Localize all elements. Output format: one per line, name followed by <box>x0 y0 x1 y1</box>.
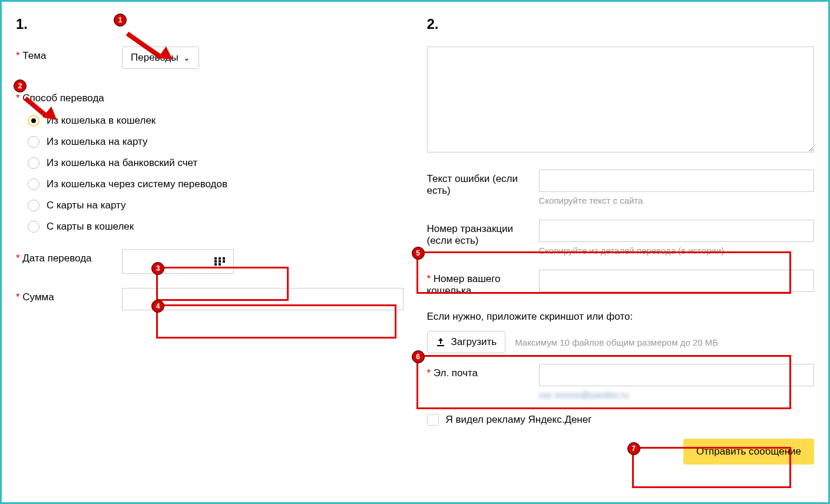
submit-button[interactable]: Отправить сообщение <box>683 439 814 465</box>
submit-button-label: Отправить сообщение <box>696 446 801 457</box>
method-option-5[interactable]: С карты в кошелек <box>28 221 404 233</box>
svg-rect-5 <box>223 260 225 263</box>
message-textarea[interactable] <box>427 47 815 152</box>
upload-heading: Если нужно, приложите скриншот или фото: <box>427 311 815 323</box>
section-2-number: 2. <box>427 16 815 32</box>
svg-rect-4 <box>219 260 221 263</box>
error-label: Текст ошибки (если есть) <box>427 170 539 197</box>
wallet-label: Номер вашего кошелька <box>427 270 539 297</box>
app-frame: 1. Тема Переводы ⌄ Способ перевода Из ко… <box>0 0 830 504</box>
upload-icon <box>436 337 445 347</box>
txn-input[interactable] <box>539 220 815 242</box>
method-label: Способ перевода <box>16 89 404 104</box>
radio-icon <box>28 200 39 211</box>
svg-rect-8 <box>437 345 444 346</box>
upload-button-label: Загрузить <box>451 336 497 348</box>
radio-icon <box>28 178 39 190</box>
method-option-label: Из кошелька в кошелек <box>47 115 156 127</box>
method-option-2[interactable]: Из кошелька на банковский счет <box>28 157 404 169</box>
date-input[interactable] <box>122 249 234 274</box>
error-input[interactable] <box>539 170 815 192</box>
right-column: 2. Текст ошибки (если есть) Скопируйте т… <box>427 16 815 465</box>
txn-hint: Скопируйте из деталей перевода (в истори… <box>539 246 815 256</box>
method-option-label: С карты на карту <box>47 200 125 211</box>
svg-rect-6 <box>214 263 217 266</box>
svg-rect-1 <box>219 257 221 260</box>
svg-rect-0 <box>214 257 217 260</box>
section-1-number: 1. <box>16 16 404 32</box>
sum-label: Сумма <box>16 288 122 303</box>
date-label: Дата перевода <box>16 249 122 264</box>
radio-icon <box>28 221 39 233</box>
txn-label: Номер транзакции (если есть) <box>427 220 539 247</box>
method-option-0[interactable]: Из кошелька в кошелек <box>28 115 404 127</box>
upload-hint: Максимум 10 файлов общим размером до 20 … <box>515 337 718 347</box>
annotation-badge-5: 5 <box>412 247 425 260</box>
annotation-badge-7: 7 <box>627 442 640 455</box>
method-option-3[interactable]: Из кошелька через систему переводов <box>28 178 404 190</box>
svg-rect-2 <box>223 257 225 260</box>
theme-label: Тема <box>16 47 122 62</box>
method-option-label: Из кошелька на карту <box>47 136 148 148</box>
annotation-badge-3: 3 <box>151 262 164 275</box>
method-radio-group: Из кошелька в кошелек Из кошелька на кар… <box>28 115 404 233</box>
method-option-label: С карты в кошелек <box>47 221 134 233</box>
annotation-badge-2: 2 <box>14 79 27 92</box>
ad-checkbox-label: Я видел рекламу Яндекс.Денег <box>446 414 592 426</box>
svg-rect-3 <box>214 260 217 263</box>
email-label: Эл. почта <box>427 364 539 379</box>
method-option-1[interactable]: Из кошелька на карту <box>28 136 404 148</box>
email-input[interactable] <box>539 364 815 386</box>
ad-checkbox[interactable] <box>427 414 439 426</box>
calendar-icon <box>214 257 225 266</box>
radio-icon <box>28 157 39 169</box>
upload-button[interactable]: Загрузить <box>427 331 506 353</box>
wallet-input[interactable] <box>539 270 815 292</box>
annotation-badge-4: 4 <box>151 300 164 313</box>
annotation-badge-1: 1 <box>114 14 127 26</box>
svg-rect-7 <box>219 263 221 266</box>
method-option-4[interactable]: С карты на карту <box>28 200 404 211</box>
radio-icon <box>28 115 39 127</box>
left-column: 1. Тема Переводы ⌄ Способ перевода Из ко… <box>16 16 404 465</box>
error-hint: Скопируйте текст с сайта <box>539 195 815 205</box>
chevron-down-icon: ⌄ <box>183 53 190 62</box>
method-option-label: Из кошелька через систему переводов <box>47 178 227 190</box>
annotation-badge-6: 6 <box>412 350 425 363</box>
radio-icon <box>28 136 39 148</box>
email-hint: xxx xxxxxx@yandex.ru <box>539 390 815 400</box>
method-option-label: Из кошелька на банковский счет <box>47 157 197 169</box>
